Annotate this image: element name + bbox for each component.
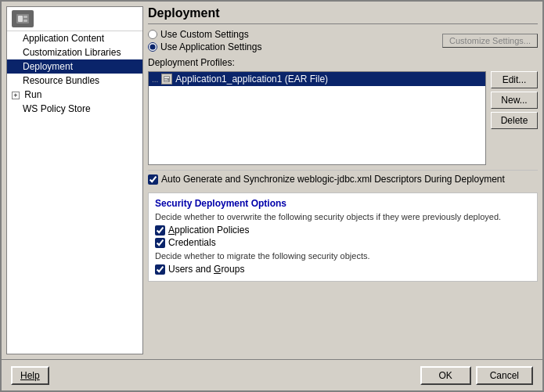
profiles-section: ... Application1_application1 (EAR File): [148, 71, 538, 165]
profile-dots: ...: [152, 75, 158, 84]
help-button[interactable]: Help: [11, 366, 49, 385]
profile-item[interactable]: ... Application1_application1 (EAR File): [149, 72, 485, 86]
auto-generate-checkbox[interactable]: [148, 174, 158, 185]
right-panel: Deployment Use Custom Settings Use Appli…: [148, 6, 538, 354]
radio-custom-settings[interactable]: Use Custom Settings: [148, 29, 261, 40]
radio-application-input[interactable]: [148, 42, 157, 52]
bottom-right-buttons: OK Cancel: [420, 366, 533, 385]
svg-rect-7: [164, 81, 168, 81]
security-section: Security Deployment Options Decide wheth…: [148, 192, 538, 282]
cancel-button[interactable]: Cancel: [476, 366, 533, 385]
svg-rect-6: [164, 79, 168, 80]
customize-settings-button[interactable]: Customize Settings...: [442, 34, 538, 48]
svg-rect-2: [23, 16, 27, 18]
users-groups-checkbox[interactable]: [155, 264, 165, 275]
credentials-row: Credentials: [155, 237, 531, 248]
tree-item-ws-policy-store[interactable]: WS Policy Store: [7, 102, 142, 116]
profile-ear-icon: [161, 74, 172, 85]
tree-item-resource-bundles[interactable]: Resource Bundles: [7, 74, 142, 88]
application-policies-row: Application Policies: [155, 225, 531, 236]
profile-buttons: Edit... New... Delete: [491, 71, 538, 165]
security-desc-2: Decide whether to migrate the following …: [155, 251, 531, 261]
edit-button[interactable]: Edit...: [491, 71, 538, 88]
panel-title: Deployment: [148, 6, 538, 24]
profiles-label: Deployment Profiles:: [148, 57, 538, 68]
auto-generate-row: Auto Generate and Synchronize weblogic-j…: [148, 170, 538, 188]
main-dialog: Application Content Customization Librar…: [0, 0, 544, 392]
radio-row: Use Custom Settings Use Application Sett…: [148, 29, 538, 52]
users-groups-label: Users and Groups: [168, 264, 244, 275]
tree-item-customization-libraries[interactable]: Customization Libraries: [7, 45, 142, 59]
ok-button[interactable]: OK: [420, 366, 471, 385]
svg-rect-3: [23, 20, 27, 22]
profiles-list[interactable]: ... Application1_application1 (EAR File): [148, 71, 486, 165]
run-expander-icon[interactable]: +: [12, 92, 20, 99]
tree-item-deployment[interactable]: Deployment: [7, 59, 142, 74]
tree-item-run[interactable]: + Run: [7, 88, 142, 102]
users-groups-row: Users and Groups: [155, 264, 531, 275]
radio-group: Use Custom Settings Use Application Sett…: [148, 29, 261, 52]
bottom-bar: Help OK Cancel: [2, 359, 542, 390]
credentials-label: Credentials: [168, 237, 216, 248]
tree-item-application-content[interactable]: Application Content: [7, 31, 142, 45]
new-button[interactable]: New...: [491, 92, 538, 109]
security-title: Security Deployment Options: [155, 198, 531, 209]
credentials-checkbox[interactable]: [155, 238, 165, 248]
auto-generate-label: Auto Generate and Synchronize weblogic-j…: [161, 174, 505, 185]
svg-rect-1: [18, 16, 23, 22]
radio-custom-input[interactable]: [148, 30, 157, 39]
profiles-container: Deployment Profiles: ...: [148, 57, 538, 165]
application-policies-label: Application Policies: [168, 225, 249, 236]
radio-application-settings[interactable]: Use Application Settings: [148, 41, 261, 52]
security-desc-1: Decide whether to overwrite the followin…: [155, 212, 531, 221]
delete-button[interactable]: Delete: [491, 112, 538, 129]
svg-rect-5: [164, 77, 169, 78]
application-policies-checkbox[interactable]: [155, 225, 165, 236]
dialog-content: Application Content Customization Librar…: [2, 2, 542, 359]
tree-logo-icon: [16, 13, 30, 24]
left-tree-panel: Application Content Customization Librar…: [6, 6, 143, 354]
